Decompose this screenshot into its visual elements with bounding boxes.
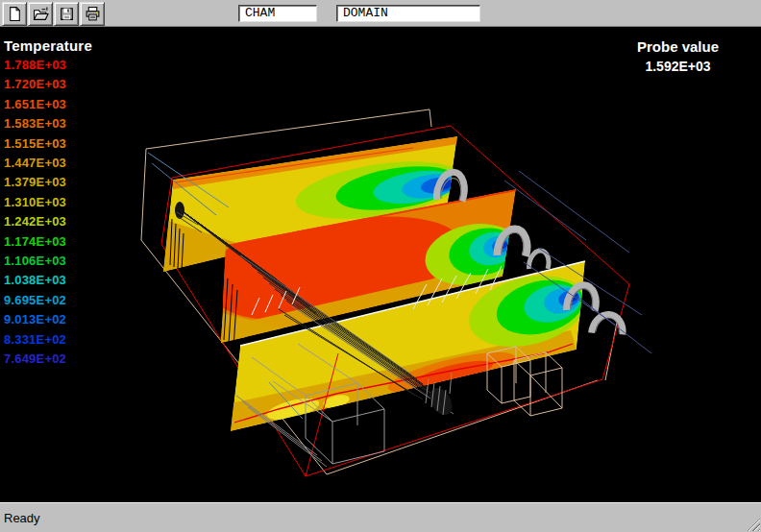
- legend-value: 9.013E+02: [4, 310, 92, 329]
- legend-value: 1.038E+03: [4, 271, 92, 290]
- legend-value: 1.651E+03: [4, 95, 92, 114]
- resize-grip[interactable]: [747, 518, 760, 531]
- legend-value: 8.331E+02: [4, 330, 92, 350]
- legend-value: 1.515E+03: [4, 134, 92, 154]
- scene-3d[interactable]: [0, 27, 761, 502]
- legend-value: 1.720E+03: [4, 75, 92, 94]
- legend-value: 1.788E+03: [4, 56, 92, 75]
- graphics-viewport[interactable]: Temperature 1.788E+031.720E+031.651E+031…: [0, 27, 761, 502]
- legend-value: 1.379E+03: [4, 173, 92, 192]
- temperature-legend: Temperature 1.788E+031.720E+031.651E+031…: [4, 36, 92, 370]
- legend-value: 9.695E+02: [4, 291, 92, 310]
- status-bar: Ready: [0, 502, 761, 532]
- case-name-field[interactable]: CHAM: [238, 5, 317, 22]
- legend-value: 1.583E+03: [4, 114, 92, 133]
- toolbar: CHAM DOMAIN: [0, 0, 761, 27]
- legend-title: Temperature: [4, 36, 92, 55]
- legend-value: 1.174E+03: [4, 232, 92, 252]
- application-window: CHAM DOMAIN: [0, 0, 761, 532]
- legend-value: 1.447E+03: [4, 154, 92, 173]
- open-folder-icon: [33, 6, 49, 22]
- save-icon: [59, 6, 75, 22]
- legend-value: 7.649E+02: [4, 350, 92, 369]
- print-icon: [85, 6, 101, 22]
- new-file-icon: [7, 6, 23, 22]
- status-text: Ready: [4, 511, 40, 525]
- open-folder-button[interactable]: [28, 2, 53, 26]
- legend-items: 1.788E+031.720E+031.651E+031.583E+031.51…: [4, 56, 92, 370]
- print-button[interactable]: [80, 2, 105, 26]
- probe-readout: Probe value 1.592E+03: [608, 36, 748, 77]
- object-name-field[interactable]: DOMAIN: [336, 5, 480, 22]
- legend-value: 1.242E+03: [4, 212, 92, 231]
- probe-label: Probe value: [608, 36, 748, 57]
- legend-value: 1.106E+03: [4, 252, 92, 271]
- probe-value: 1.592E+03: [608, 57, 748, 77]
- new-file-button[interactable]: [2, 2, 27, 26]
- save-button[interactable]: [54, 2, 79, 26]
- legend-value: 1.310E+03: [4, 193, 92, 212]
